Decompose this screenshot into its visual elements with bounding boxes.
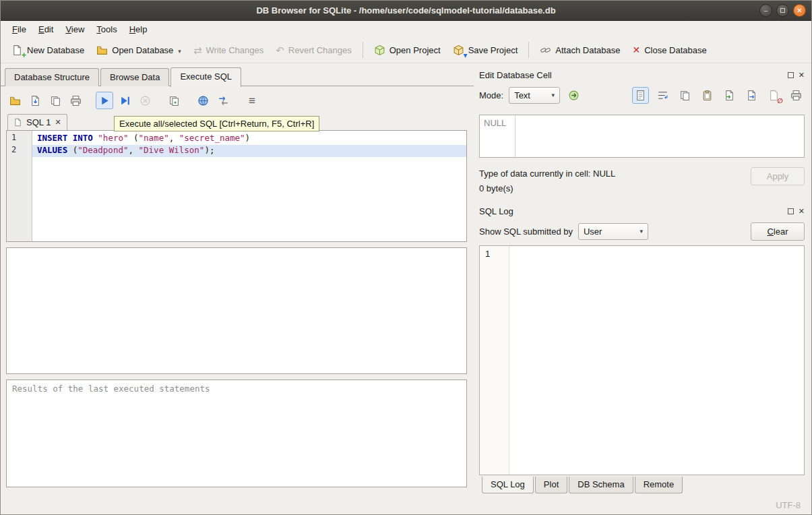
- word-wrap-button[interactable]: [654, 87, 671, 104]
- text-mode-button[interactable]: [632, 87, 649, 104]
- green-apply-icon: [568, 90, 580, 101]
- tab-label: Execute SQL: [180, 71, 232, 82]
- editor-gutter: 12: [7, 131, 32, 241]
- execute-all-button[interactable]: [96, 92, 113, 109]
- open-sql-file-icon: [9, 95, 21, 107]
- attach-database-label: Attach Database: [555, 45, 620, 55]
- left-column: Database Structure Browse Data Execute S…: [1, 66, 474, 495]
- find-replace-button[interactable]: [214, 92, 232, 109]
- clear-log-button[interactable]: Clear: [751, 222, 805, 241]
- save-project-icon: ▾: [453, 44, 464, 56]
- open-project-button[interactable]: Open Project: [369, 41, 446, 59]
- close-window-button[interactable]: ✕: [793, 4, 806, 17]
- close-database-button[interactable]: ✕ Close Database: [627, 42, 712, 59]
- tab-label: Browse Data: [110, 72, 160, 82]
- results-grid[interactable]: [6, 247, 467, 374]
- sheets-icon: [168, 95, 180, 107]
- sql-1-tab[interactable]: SQL 1 ✕: [7, 114, 67, 130]
- tab-execute-sql[interactable]: Execute SQL: [170, 67, 241, 87]
- cell-edit-area[interactable]: [516, 115, 804, 157]
- save-sql-file-icon: [30, 95, 41, 107]
- printer-icon: [790, 90, 802, 101]
- sql-tab-label: SQL 1: [26, 117, 51, 127]
- statusbar: UTF-8: [1, 495, 811, 514]
- print-cell-button[interactable]: [788, 87, 805, 104]
- apply-data-button[interactable]: [565, 87, 582, 104]
- log-gutter: 1: [480, 246, 509, 475]
- code-token: "name": [139, 133, 169, 143]
- open-browser-button[interactable]: [194, 92, 212, 109]
- attach-database-icon: [540, 44, 551, 56]
- mode-value: Text: [514, 90, 530, 100]
- menu-view[interactable]: View: [59, 22, 90, 36]
- execute-line-icon: [119, 95, 131, 107]
- mode-combobox[interactable]: Text ▾: [509, 87, 560, 104]
- dock-tab-db-schema[interactable]: DB Schema: [569, 477, 633, 493]
- tab-database-structure[interactable]: Database Structure: [5, 68, 99, 86]
- menu-file[interactable]: File: [6, 22, 32, 36]
- format-sql-button[interactable]: ≡: [243, 92, 261, 109]
- dock-tab-label: DB Schema: [577, 479, 624, 489]
- menu-help[interactable]: Help: [123, 22, 154, 36]
- maximize-button[interactable]: [776, 4, 789, 17]
- text-document-icon: [635, 90, 646, 101]
- close-dock-icon[interactable]: ✕: [799, 71, 805, 79]
- code-token: "Dive Wilson": [139, 145, 205, 155]
- code-token: ): [245, 133, 251, 143]
- tab-browse-data[interactable]: Browse Data: [100, 68, 169, 86]
- float-dock-icon[interactable]: [788, 72, 794, 78]
- apply-label: Apply: [767, 171, 789, 181]
- dock-tab-remote[interactable]: Remote: [635, 477, 683, 493]
- menu-tools[interactable]: Tools: [90, 22, 123, 36]
- float-dock-icon[interactable]: [788, 208, 794, 214]
- combo-arrow-icon: ▾: [552, 92, 555, 98]
- open-sql-file-button[interactable]: [6, 92, 24, 109]
- minimize-button[interactable]: –: [759, 4, 772, 17]
- log-content-area[interactable]: [509, 246, 804, 475]
- format-lines-icon: ≡: [249, 95, 255, 107]
- open-database-dropdown-icon[interactable]: ▾: [178, 48, 181, 56]
- close-icon: ✕: [797, 7, 802, 14]
- save-results-button[interactable]: [46, 92, 64, 109]
- print-sql-button[interactable]: [67, 92, 84, 109]
- window-title: DB Browser for SQLite - /home/user/code/…: [1, 1, 811, 20]
- titlebar[interactable]: DB Browser for SQLite - /home/user/code/…: [1, 1, 811, 21]
- code-line[interactable]: VALUES ("Deadpond", "Dive Wilson");: [32, 145, 466, 157]
- edit-cell-dock-header: Edit Database Cell ✕: [479, 66, 805, 84]
- encoding-indicator: UTF-8: [776, 500, 801, 510]
- export-cell-button[interactable]: [743, 87, 760, 104]
- stop-icon: [139, 95, 151, 107]
- code-token: (: [67, 145, 77, 155]
- code-token: ,: [128, 145, 138, 155]
- log-filter-combobox[interactable]: User ▾: [578, 223, 648, 240]
- tab-label: Database Structure: [14, 72, 90, 82]
- tooltip-text: Execute all/selected SQL [Ctrl+Return, F…: [119, 119, 314, 129]
- dock-tab-sql-log[interactable]: SQL Log: [482, 477, 534, 493]
- new-sql-tab-button[interactable]: [165, 92, 183, 109]
- close-tab-icon[interactable]: ✕: [55, 118, 61, 127]
- execute-line-button[interactable]: [116, 92, 133, 109]
- import-cell-button[interactable]: [721, 87, 738, 104]
- results-message-area[interactable]: Results of the last executed statements: [6, 380, 467, 487]
- close-dock-icon[interactable]: ✕: [799, 208, 805, 215]
- write-changes-icon: ⇄: [193, 45, 202, 55]
- code-token: );: [204, 145, 214, 155]
- menu-edit[interactable]: Edit: [32, 22, 59, 36]
- new-database-button[interactable]: + New Database: [6, 41, 90, 59]
- code-line[interactable]: INSERT INTO "hero" ("name", "secret_name…: [32, 133, 466, 145]
- save-sql-file-button[interactable]: [26, 92, 44, 109]
- find-replace-icon: [218, 95, 229, 107]
- maximize-icon: [780, 8, 785, 13]
- copy-cell-button[interactable]: [677, 87, 693, 104]
- copy-icon: [679, 90, 691, 101]
- dock-tab-plot[interactable]: Plot: [535, 477, 567, 493]
- code-lines[interactable]: INSERT INTO "hero" ("name", "secret_name…: [32, 131, 466, 241]
- line-number: 2: [7, 145, 32, 157]
- paste-cell-button[interactable]: [699, 87, 716, 104]
- write-changes-label: Write Changes: [206, 45, 263, 55]
- set-null-button[interactable]: ∅: [766, 87, 782, 104]
- open-database-button[interactable]: Open Database ▾: [91, 41, 187, 59]
- attach-database-button[interactable]: Attach Database: [534, 41, 625, 59]
- save-project-button[interactable]: ▾ Save Project: [447, 41, 524, 59]
- revert-changes-label: Revert Changes: [288, 45, 352, 55]
